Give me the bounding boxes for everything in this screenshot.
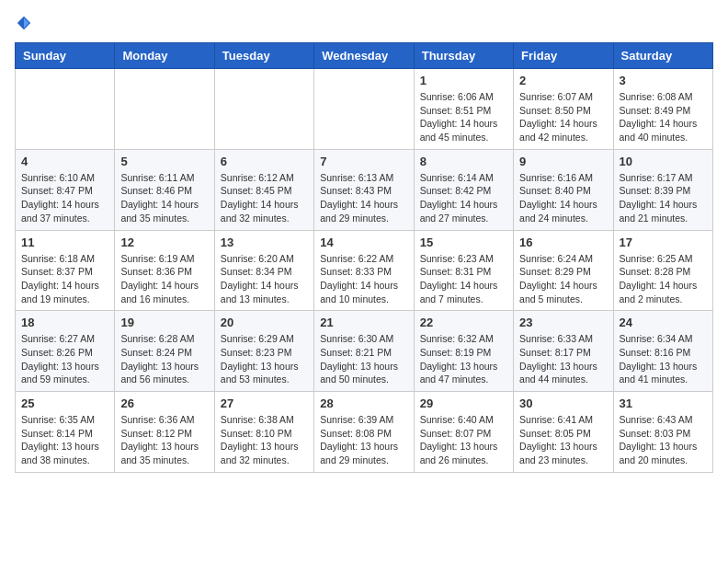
day-number: 17 [620,236,707,249]
week-row-2: 11Sunrise: 6:18 AM Sunset: 8:37 PM Dayli… [16,230,713,311]
page-header [15,15,713,31]
calendar-cell: 11Sunrise: 6:18 AM Sunset: 8:37 PM Dayli… [16,230,115,311]
weekday-friday: Friday [514,43,613,69]
calendar-cell: 15Sunrise: 6:23 AM Sunset: 8:31 PM Dayli… [414,230,513,311]
day-info: Sunrise: 6:38 AM Sunset: 8:10 PM Dayligh… [221,413,308,467]
calendar-cell: 10Sunrise: 6:17 AM Sunset: 8:39 PM Dayli… [613,149,712,230]
day-info: Sunrise: 6:07 AM Sunset: 8:50 PM Dayligh… [519,90,607,144]
day-info: Sunrise: 6:36 AM Sunset: 8:12 PM Dayligh… [120,413,208,467]
week-row-4: 25Sunrise: 6:35 AM Sunset: 8:14 PM Dayli… [16,392,713,473]
day-number: 23 [519,316,607,329]
calendar-cell: 8Sunrise: 6:14 AM Sunset: 8:42 PM Daylig… [414,149,513,230]
day-number: 20 [221,316,308,329]
weekday-thursday: Thursday [414,43,513,69]
calendar-cell: 25Sunrise: 6:35 AM Sunset: 8:14 PM Dayli… [16,392,115,473]
day-number: 3 [620,74,707,87]
day-number: 5 [120,155,208,168]
day-info: Sunrise: 6:34 AM Sunset: 8:16 PM Dayligh… [620,332,707,386]
day-info: Sunrise: 6:17 AM Sunset: 8:39 PM Dayligh… [620,171,707,225]
day-number: 19 [120,316,208,329]
weekday-tuesday: Tuesday [214,43,313,69]
day-number: 30 [519,396,607,410]
calendar-cell [16,69,115,150]
day-number: 31 [620,396,707,410]
calendar-cell: 5Sunrise: 6:11 AM Sunset: 8:46 PM Daylig… [115,149,214,230]
calendar-cell: 12Sunrise: 6:19 AM Sunset: 8:36 PM Dayli… [115,230,214,311]
day-info: Sunrise: 6:30 AM Sunset: 8:21 PM Dayligh… [320,332,407,386]
day-info: Sunrise: 6:06 AM Sunset: 8:51 PM Dayligh… [420,90,507,144]
day-info: Sunrise: 6:11 AM Sunset: 8:46 PM Dayligh… [120,171,208,225]
day-info: Sunrise: 6:28 AM Sunset: 8:24 PM Dayligh… [120,332,208,386]
calendar-cell [115,69,214,150]
day-number: 27 [221,396,308,410]
day-number: 18 [21,316,108,329]
day-number: 21 [320,316,407,329]
calendar-cell: 7Sunrise: 6:13 AM Sunset: 8:43 PM Daylig… [314,149,414,230]
calendar-cell [314,69,414,150]
day-number: 26 [120,396,208,410]
calendar-cell: 28Sunrise: 6:39 AM Sunset: 8:08 PM Dayli… [314,392,414,473]
day-number: 14 [320,236,407,249]
calendar-cell: 27Sunrise: 6:38 AM Sunset: 8:10 PM Dayli… [214,392,313,473]
day-info: Sunrise: 6:08 AM Sunset: 8:49 PM Dayligh… [620,90,707,144]
calendar-cell: 26Sunrise: 6:36 AM Sunset: 8:12 PM Dayli… [115,392,214,473]
day-info: Sunrise: 6:41 AM Sunset: 8:05 PM Dayligh… [519,413,607,467]
week-row-0: 1Sunrise: 6:06 AM Sunset: 8:51 PM Daylig… [16,69,713,150]
calendar-cell: 31Sunrise: 6:43 AM Sunset: 8:03 PM Dayli… [613,392,712,473]
day-info: Sunrise: 6:29 AM Sunset: 8:23 PM Dayligh… [221,332,308,386]
day-info: Sunrise: 6:27 AM Sunset: 8:26 PM Dayligh… [21,332,108,386]
calendar-cell: 13Sunrise: 6:20 AM Sunset: 8:34 PM Dayli… [214,230,313,311]
calendar-cell: 19Sunrise: 6:28 AM Sunset: 8:24 PM Dayli… [115,311,214,392]
calendar-cell: 24Sunrise: 6:34 AM Sunset: 8:16 PM Dayli… [613,311,712,392]
day-info: Sunrise: 6:33 AM Sunset: 8:17 PM Dayligh… [519,332,607,386]
day-info: Sunrise: 6:10 AM Sunset: 8:47 PM Dayligh… [21,171,108,225]
day-number: 24 [620,316,707,329]
weekday-sunday: Sunday [16,43,115,69]
week-row-1: 4Sunrise: 6:10 AM Sunset: 8:47 PM Daylig… [16,149,713,230]
day-info: Sunrise: 6:23 AM Sunset: 8:31 PM Dayligh… [420,252,507,306]
day-info: Sunrise: 6:43 AM Sunset: 8:03 PM Dayligh… [620,413,707,467]
weekday-header-row: SundayMondayTuesdayWednesdayThursdayFrid… [16,43,713,69]
day-info: Sunrise: 6:16 AM Sunset: 8:40 PM Dayligh… [519,171,607,225]
day-number: 4 [21,155,108,168]
day-info: Sunrise: 6:20 AM Sunset: 8:34 PM Dayligh… [221,252,308,306]
calendar-cell: 21Sunrise: 6:30 AM Sunset: 8:21 PM Dayli… [314,311,414,392]
logo-icon [16,15,32,31]
day-info: Sunrise: 6:22 AM Sunset: 8:33 PM Dayligh… [320,252,407,306]
calendar-cell: 22Sunrise: 6:32 AM Sunset: 8:19 PM Dayli… [414,311,513,392]
calendar-cell: 3Sunrise: 6:08 AM Sunset: 8:49 PM Daylig… [613,69,712,150]
day-number: 13 [221,236,308,249]
calendar-cell: 30Sunrise: 6:41 AM Sunset: 8:05 PM Dayli… [514,392,613,473]
day-number: 1 [420,74,507,87]
calendar-cell: 14Sunrise: 6:22 AM Sunset: 8:33 PM Dayli… [314,230,414,311]
calendar-cell: 2Sunrise: 6:07 AM Sunset: 8:50 PM Daylig… [514,69,613,150]
calendar-table: SundayMondayTuesdayWednesdayThursdayFrid… [15,42,713,473]
calendar-cell: 17Sunrise: 6:25 AM Sunset: 8:28 PM Dayli… [613,230,712,311]
day-number: 9 [519,155,607,168]
day-number: 28 [320,396,407,410]
day-info: Sunrise: 6:12 AM Sunset: 8:45 PM Dayligh… [221,171,308,225]
day-info: Sunrise: 6:25 AM Sunset: 8:28 PM Dayligh… [620,252,707,306]
day-number: 25 [21,396,108,410]
day-number: 6 [221,155,308,168]
day-info: Sunrise: 6:35 AM Sunset: 8:14 PM Dayligh… [21,413,108,467]
calendar-cell: 20Sunrise: 6:29 AM Sunset: 8:23 PM Dayli… [214,311,313,392]
calendar-cell: 18Sunrise: 6:27 AM Sunset: 8:26 PM Dayli… [16,311,115,392]
calendar-cell: 4Sunrise: 6:10 AM Sunset: 8:47 PM Daylig… [16,149,115,230]
day-info: Sunrise: 6:24 AM Sunset: 8:29 PM Dayligh… [519,252,607,306]
day-number: 11 [21,236,108,249]
day-number: 29 [420,396,507,410]
calendar-body: 1Sunrise: 6:06 AM Sunset: 8:51 PM Daylig… [16,69,713,473]
calendar-cell: 1Sunrise: 6:06 AM Sunset: 8:51 PM Daylig… [414,69,513,150]
day-info: Sunrise: 6:32 AM Sunset: 8:19 PM Dayligh… [420,332,507,386]
day-info: Sunrise: 6:39 AM Sunset: 8:08 PM Dayligh… [320,413,407,467]
day-number: 15 [420,236,507,249]
weekday-monday: Monday [115,43,214,69]
day-info: Sunrise: 6:13 AM Sunset: 8:43 PM Dayligh… [320,171,407,225]
calendar-cell: 6Sunrise: 6:12 AM Sunset: 8:45 PM Daylig… [214,149,313,230]
day-info: Sunrise: 6:40 AM Sunset: 8:07 PM Dayligh… [420,413,507,467]
day-number: 2 [519,74,607,87]
day-number: 22 [420,316,507,329]
calendar-cell: 16Sunrise: 6:24 AM Sunset: 8:29 PM Dayli… [514,230,613,311]
day-info: Sunrise: 6:19 AM Sunset: 8:36 PM Dayligh… [120,252,208,306]
